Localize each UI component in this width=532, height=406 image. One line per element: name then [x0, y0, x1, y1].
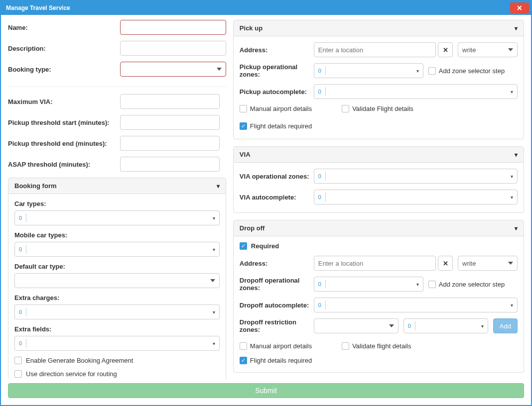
asap-input[interactable] — [120, 157, 220, 172]
group-extra-fields: Extra fields: 0 ▾ — [14, 325, 220, 351]
via-opzones-row: VIA operational zones: 0 ▾ — [240, 169, 518, 184]
dropoff-restriction-count: 0 — [408, 321, 415, 330]
chevron-down-icon: ▾ — [515, 25, 518, 32]
submit-button[interactable]: Submit — [8, 383, 524, 398]
dropoff-opzones-label: Dropoff operational zones: — [240, 277, 314, 292]
pickup-start-label: Pickup threshold start (minutes): — [8, 119, 120, 126]
via-body: VIA operational zones: 0 ▾ VIA autocompl… — [234, 163, 524, 212]
dropoff-autocomplete-multiselect[interactable]: 0 ▾ — [314, 298, 518, 312]
mobile-car-types-multiselect[interactable]: 0 ▾ — [14, 242, 220, 257]
manage-travel-service-modal: Manage Travel Service ✕ Name: Descriptio… — [0, 0, 532, 406]
pickup-start-input[interactable] — [120, 115, 220, 130]
dropoff-address-label: Address: — [240, 260, 314, 267]
x-icon: ✕ — [443, 260, 448, 267]
pickup-end-input[interactable] — [120, 136, 220, 151]
chevron-down-icon: ▾ — [515, 151, 518, 158]
row-pickup-end: Pickup threshold end (minutes): — [8, 136, 226, 151]
booking-type-select[interactable] — [120, 62, 226, 77]
row-pickup-start: Pickup threshold start (minutes): — [8, 115, 226, 130]
row-asap: ASAP threshold (minutes): — [8, 157, 226, 172]
pickup-address-label: Address: — [240, 46, 314, 54]
caret-down-icon: ▾ — [511, 303, 513, 308]
booking-form-panel: Booking form ▾ Car types: 0 ▾ Mobile car… — [8, 178, 226, 379]
caret-down-icon: ▾ — [416, 282, 419, 287]
right-column: Pick up ▾ Address: ✕ write — [233, 20, 524, 376]
dropoff-autocomplete-count: 0 — [318, 301, 326, 309]
via-opzones-multiselect[interactable]: 0 ▾ — [314, 169, 518, 184]
name-input[interactable] — [120, 20, 226, 35]
row-name: Name: — [8, 20, 226, 35]
dropoff-flight-required-check[interactable]: ✓ Flight details required — [240, 357, 312, 364]
pickup-autocomplete-multiselect[interactable]: 0 ▾ — [314, 84, 518, 99]
pickup-autocomplete-count: 0 — [318, 87, 326, 96]
pickup-opzones-multiselect[interactable]: 0 ▾ — [314, 63, 423, 78]
use-direction-check[interactable]: Use direction service for routing — [14, 370, 220, 378]
enable-agreement-check[interactable]: Enable Generate Booking Agreement — [14, 357, 220, 364]
caret-down-icon: ▾ — [481, 323, 484, 329]
group-mobile-car-types: Mobile car types: 0 ▾ — [14, 231, 220, 257]
booking-form-header[interactable]: Booking form ▾ — [8, 178, 226, 194]
row-max-via: Maximum VIA: — [8, 94, 226, 109]
pickup-flight-required-label: Flight details required — [250, 122, 312, 130]
pickup-manual-airport-label: Manual airport details — [250, 105, 312, 112]
caret-down-icon: ▾ — [213, 247, 215, 252]
via-opzones-count: 0 — [318, 172, 326, 181]
pickup-add-zone-label: Add zone selector step — [439, 67, 505, 75]
dropoff-flight-checks: Manual airport details Validate flight d… — [240, 342, 518, 353]
pickup-flight-required-check[interactable]: ✓ Flight details required — [240, 122, 312, 130]
dropoff-flight-required-label: Flight details required — [250, 357, 312, 364]
dropoff-manual-airport-check[interactable]: Manual airport details — [240, 342, 312, 350]
dropoff-required-label: Required — [251, 242, 279, 250]
dropoff-validate-flight-check[interactable]: Validate flight details — [342, 342, 411, 350]
via-autocomplete-multiselect[interactable]: 0 ▾ — [314, 190, 518, 204]
pickup-body: Address: ✕ write Pickup operational zone… — [234, 36, 524, 139]
via-title: VIA — [240, 151, 251, 158]
dropoff-autocomplete-row: Dropoff autocomplete: 0 ▾ — [240, 298, 518, 312]
pickup-address-row: Address: ✕ write — [240, 42, 518, 57]
max-via-input[interactable] — [120, 94, 220, 109]
pickup-address-clear[interactable]: ✕ — [438, 42, 453, 57]
dropoff-address-clear[interactable]: ✕ — [438, 256, 453, 271]
car-types-count: 0 — [19, 213, 26, 222]
checkbox-icon — [342, 342, 349, 350]
dropoff-manual-airport-label: Manual airport details — [250, 342, 312, 350]
dropoff-address-mode-select[interactable]: write — [458, 256, 518, 271]
via-header[interactable]: VIA ▾ — [234, 147, 524, 163]
group-car-types: Car types: 0 ▾ — [14, 200, 220, 225]
pickup-validate-flight-check[interactable]: Validate Flight details — [342, 105, 413, 112]
dropoff-add-zone-check[interactable]: Add zone selector step — [428, 281, 505, 288]
dropoff-restriction-add-button[interactable]: Add — [493, 318, 518, 333]
caret-down-icon: ▾ — [213, 215, 215, 221]
via-autocomplete-count: 0 — [318, 193, 326, 202]
via-autocomplete-row: VIA autocomplete: 0 ▾ — [240, 190, 518, 204]
checkbox-icon — [342, 105, 349, 112]
via-autocomplete-label: VIA autocomplete: — [240, 194, 314, 201]
default-car-type-label: Default car type: — [14, 263, 220, 270]
dropoff-header[interactable]: Drop off ▾ — [234, 220, 524, 236]
row-booking-type: Booking type: — [8, 62, 226, 77]
pickup-address-mode-select[interactable]: write — [458, 42, 518, 57]
group-default-car-type: Default car type: — [14, 263, 220, 288]
chevron-down-icon: ▾ — [515, 225, 518, 232]
dropoff-opzones-multiselect[interactable]: 0 ▾ — [314, 277, 423, 292]
extra-fields-count: 0 — [19, 339, 26, 348]
booking-type-label: Booking type: — [8, 66, 120, 73]
pickup-header[interactable]: Pick up ▾ — [234, 20, 524, 36]
description-input[interactable] — [120, 41, 226, 56]
asap-label: ASAP threshold (minutes): — [8, 161, 120, 168]
extra-charges-multiselect[interactable]: 0 ▾ — [14, 304, 220, 319]
divider — [8, 87, 226, 87]
checkbox-icon — [240, 342, 247, 350]
booking-form-title: Booking form — [14, 182, 57, 190]
dropoff-restriction-multiselect[interactable]: 0 ▾ — [403, 318, 488, 333]
car-types-multiselect[interactable]: 0 ▾ — [14, 210, 220, 225]
dropoff-required-check[interactable]: ✓ Required — [240, 242, 518, 250]
default-car-type-select[interactable] — [14, 273, 220, 288]
pickup-add-zone-check[interactable]: Add zone selector step — [428, 67, 505, 75]
pickup-address-input[interactable] — [314, 42, 436, 57]
pickup-manual-airport-check[interactable]: Manual airport details — [240, 105, 312, 112]
close-button[interactable]: ✕ — [510, 2, 529, 13]
dropoff-address-input[interactable] — [314, 256, 436, 271]
dropoff-restriction-select[interactable] — [314, 318, 399, 333]
extra-fields-multiselect[interactable]: 0 ▾ — [14, 336, 220, 351]
